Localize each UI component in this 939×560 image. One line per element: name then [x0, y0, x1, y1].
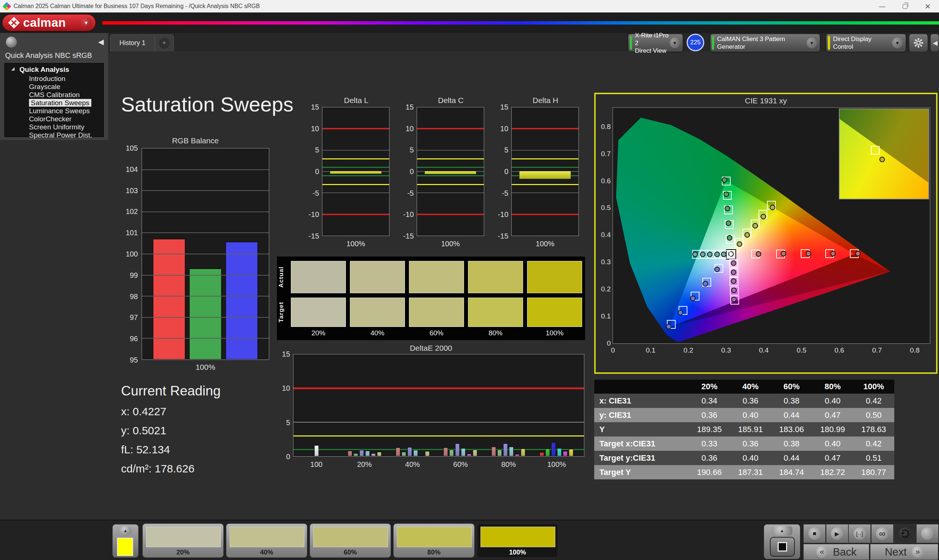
cie-measured-yellow	[745, 232, 750, 238]
tree-root-quick-analysis[interactable]: Quick Analysis	[5, 66, 103, 75]
deltae-ytick: 15	[277, 350, 290, 358]
cie-measured-cyan	[692, 251, 698, 257]
sidebar-item-colorchecker[interactable]: ColorChecker	[5, 115, 103, 123]
delta-ytick: 5	[496, 146, 508, 154]
deltae-bar	[425, 451, 430, 456]
collapse-toolbar-button[interactable]: ◀	[930, 34, 939, 52]
back-label: Back	[833, 546, 856, 558]
pattern-generator-dropdown[interactable]: CalMAN Client 3 Pattern Generator ▼	[710, 34, 820, 52]
loop-icon: ∞	[876, 528, 888, 540]
table-cell: 0.33	[689, 439, 730, 449]
meter-reading-badge[interactable]: 225	[687, 34, 704, 51]
calman-menu-button[interactable]: calman ▼	[2, 14, 96, 31]
workflow-sphere-icon[interactable]	[6, 37, 17, 48]
meter-mode: Direct View	[635, 47, 666, 54]
cie-measured-cyan	[707, 251, 713, 257]
app-header: calman ▼	[0, 12, 939, 33]
table-row-label: Target y:CIE31	[594, 453, 689, 463]
delta-ytick: -10	[307, 210, 319, 219]
back-button[interactable]: « Back	[803, 544, 869, 560]
sidebar-item-saturation-sweeps[interactable]: Saturation Sweeps	[5, 99, 103, 107]
limit-line	[293, 435, 584, 437]
table-cell: 180.99	[812, 425, 853, 434]
sync-button[interactable]	[894, 524, 916, 543]
cie-measured-blue	[714, 267, 720, 272]
table-cell: 0.44	[771, 453, 812, 463]
pattern-button-20[interactable]: 20%	[142, 523, 224, 558]
pattern-window-button[interactable]	[916, 524, 939, 543]
deltae-bar	[365, 451, 370, 456]
window-title: Calman 2025 Calman Ultimate for Business…	[14, 3, 260, 9]
delta-x-label: 100%	[346, 240, 365, 248]
limit-line	[142, 169, 269, 170]
table-cell: 0.38	[771, 439, 812, 449]
delta-ytick: 0	[307, 168, 319, 176]
table-row: y: CIE310.360.400.440.470.50	[594, 408, 894, 422]
table-cell: 0.36	[689, 411, 730, 420]
sidebar-item-luminance-sweeps[interactable]: Luminance Sweeps	[5, 107, 103, 115]
swatch-actual-60%	[409, 261, 464, 293]
next-button[interactable]: Next »	[870, 544, 938, 560]
pattern-button-60[interactable]: 60%	[310, 523, 391, 558]
cie-measured-green	[723, 191, 729, 197]
sidebar-item-grayscale[interactable]: Grayscale	[5, 83, 103, 91]
cie-measured-yellow	[770, 205, 776, 210]
pattern-button-40[interactable]: 40%	[226, 523, 307, 558]
add-tab-button[interactable]: +	[155, 34, 174, 51]
pattern-window-toggle[interactable]	[770, 537, 795, 557]
table-cell: 0.40	[730, 411, 771, 420]
step-icon: [··]	[854, 528, 866, 540]
rgb-ytick: 103	[121, 186, 138, 195]
cie-1931-panel[interactable]: CIE 1931 xy 00.10.20.30.40.50.60.70.8 0.…	[594, 93, 937, 374]
play-button[interactable]: ▶	[826, 524, 848, 543]
chevron-down-icon: ▼	[670, 37, 680, 48]
cie-ytick: 0.6	[598, 177, 611, 185]
cie-xtick: 0.2	[683, 346, 693, 354]
table-cell: 0.40	[730, 453, 771, 463]
cie-measured-red	[805, 251, 811, 257]
limit-line	[512, 158, 578, 159]
table-col-header: 80%	[812, 382, 853, 391]
loop-button[interactable]: ∞	[871, 524, 894, 543]
collapse-sidebar-button[interactable]: ◀	[98, 37, 104, 46]
close-button[interactable]: ×	[916, 0, 939, 12]
table-cell: 0.38	[771, 396, 812, 406]
rgb-bar-red	[153, 239, 185, 360]
sidebar-item-cms-calibration[interactable]: CMS Calibration	[5, 91, 103, 99]
calman-app-window: Calman 2025 Calman Ultimate for Business…	[0, 0, 939, 560]
settings-button[interactable]	[909, 34, 928, 52]
current-pattern-swatch	[117, 538, 133, 556]
sidebar-item-screen-uniformity[interactable]: Screen Uniformity	[5, 123, 103, 131]
collapse-up-icon[interactable]: ▲	[772, 526, 792, 535]
sidebar-item-introduction[interactable]: Introduction	[5, 75, 103, 83]
step-button[interactable]: [··]	[848, 524, 871, 543]
cie-measured-magenta	[731, 269, 737, 275]
pattern-button-100[interactable]: 100%	[477, 523, 558, 558]
cie-measured-yellow	[761, 214, 766, 220]
stop-button[interactable]: ■	[803, 524, 826, 543]
pattern-generator-name: CalMAN Client 3 Pattern Generator	[717, 35, 806, 51]
pattern-swatch	[230, 527, 304, 547]
table-cell: 0.36	[730, 396, 771, 406]
plus-icon: +	[159, 38, 170, 49]
limit-line	[417, 158, 484, 159]
collapse-up-icon[interactable]: ▲	[119, 526, 132, 535]
cie-measured-green	[722, 177, 727, 183]
limit-line	[322, 175, 389, 176]
sidebar-item-spectral-power-dist-[interactable]: Spectral Power Dist.	[5, 131, 103, 139]
limit-line	[142, 254, 269, 254]
delta-bar	[519, 171, 571, 179]
minimize-button[interactable]: —	[871, 0, 894, 12]
tab-history-1[interactable]: History 1	[110, 34, 155, 51]
play-icon: ▶	[831, 528, 843, 540]
swatch-target-20%	[291, 298, 346, 327]
maximize-button[interactable]	[894, 0, 916, 12]
display-control-dropdown[interactable]: Direct Display Control ▼	[826, 34, 906, 52]
limit-line	[142, 211, 269, 212]
table-cell: 0.40	[812, 396, 853, 406]
deltae-bar	[473, 450, 478, 456]
pattern-button-80[interactable]: 80%	[393, 523, 475, 558]
meter-dropdown[interactable]: X-Rite i1Pro 2 Direct View ▼	[628, 34, 683, 52]
deltae-x-label: 40%	[405, 460, 420, 469]
table-cell: 180.77	[853, 468, 894, 477]
